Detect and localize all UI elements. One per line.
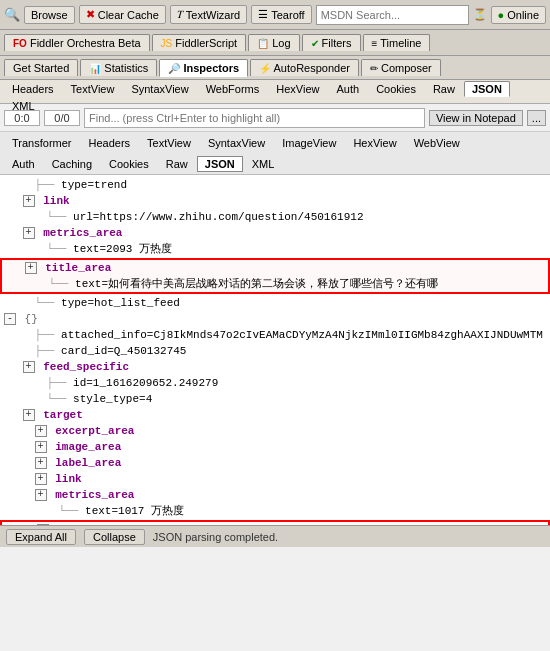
tab-textview2[interactable]: TextView [139,135,199,151]
tab-composer[interactable]: ✏ Composer [361,59,441,76]
find-input[interactable] [84,108,425,128]
tab-autoresponder[interactable]: ⚡ AutoResponder [250,59,359,76]
tree-row-style-type[interactable]: └── style_type=4 [0,391,550,407]
main-toolbar: 🔍 Browse ✖ Clear Cache 𝑇 TextWizard ☰ Te… [0,0,550,30]
sub-tab-webforms[interactable]: WebForms [198,81,268,97]
tab-get-started[interactable]: Get Started [4,59,78,76]
position-display: 0:0 [4,110,40,126]
tree-row-attached-info[interactable]: ├── attached_info=Cj8IkMnds47o2cIvEAMaCD… [0,327,550,343]
tab-statistics[interactable]: 📊 Statistics [80,59,157,76]
caching-label: Caching [52,158,92,170]
tree-row-url[interactable]: └── url=https://www.zhihu.com/question/4… [0,209,550,225]
tree-row-excerpt-area[interactable]: + excerpt_area [0,423,550,439]
expand-all-button[interactable]: Expand All [6,529,76,545]
dotted-connector8: ├── [47,377,67,389]
expand-title-area-2[interactable]: + [37,524,49,525]
find-extra-button[interactable]: ... [527,110,546,126]
tree-row-card-id[interactable]: ├── card_id=Q_450132745 [0,343,550,359]
tree-row-root2[interactable]: - {} [0,311,550,327]
sub-tab-cookies[interactable]: Cookies [368,81,424,97]
expand-link[interactable]: + [23,195,35,207]
tab-caching[interactable]: Caching [44,156,100,172]
tab-fiddler-script-label: FiddlerScript [175,37,237,49]
tree-row-feed-specific[interactable]: + feed_specific [0,359,550,375]
msdn-search-input[interactable] [316,5,469,25]
tree-row-type-hot[interactable]: └── type=hot_list_feed [0,295,550,311]
online-button[interactable]: ● Online [491,6,546,24]
timeline-icon: ≡ [372,38,378,49]
tab-xml2[interactable]: XML [244,156,283,172]
textwizard-icon: 𝑇 [177,8,183,21]
tree-row-title-text-1[interactable]: └── text=如何看待中美高层战略对话的第二场会谈，释放了哪些信号？还有哪 [2,276,548,292]
tree-row-link[interactable]: + link [0,193,550,209]
expand-target[interactable]: + [23,409,35,421]
tab-json2[interactable]: JSON [197,156,243,172]
tab-hexview2[interactable]: HexView [345,135,404,151]
transformer-tabs: Transformer Headers TextView SyntaxView … [0,132,550,154]
tree-row-text-2093[interactable]: └── text=2093 万热度 [0,241,550,257]
tree-row-text-1017[interactable]: └── text=1017 万热度 [0,503,550,519]
expand-label[interactable]: + [35,457,47,469]
expand-title-area-1[interactable]: + [25,262,37,274]
sub-tab-syntaxview-label: SyntaxView [131,83,188,95]
sub-tab-json[interactable]: JSON [464,81,510,97]
match-count: 0/0 [44,110,80,126]
tab-fiddler-script[interactable]: JS FiddlerScript [152,34,246,51]
expand-all-label: Expand All [15,531,67,543]
textwizard-button[interactable]: 𝑇 TextWizard [170,5,247,24]
sub-tab-headers-label: Headers [12,83,54,95]
status-text: JSON parsing completed. [153,531,544,543]
inspectors-icon: 🔎 [168,63,180,74]
expand-link2[interactable]: + [35,473,47,485]
tree-row-image-area[interactable]: + image_area [0,439,550,455]
json-tree-area[interactable]: ├── type=trend + link └── url=https://ww… [0,175,550,525]
tab-imageview[interactable]: ImageView [274,135,344,151]
sub-tab-textview[interactable]: TextView [63,81,123,97]
tab-auth2[interactable]: Auth [4,156,43,172]
browse-button[interactable]: Browse [24,6,75,24]
expand-metrics2[interactable]: + [35,489,47,501]
dotted-connector3: └── [47,243,67,255]
expand-root2[interactable]: - [4,313,16,325]
tearoff-button[interactable]: ☰ Tearoff [251,5,311,24]
tab-cookies2[interactable]: Cookies [101,156,157,172]
sub-tab-syntaxview[interactable]: SyntaxView [123,81,196,97]
expand-excerpt[interactable]: + [35,425,47,437]
expand-metrics[interactable]: + [23,227,35,239]
tab-filters[interactable]: ✔ Filters [302,34,361,51]
clear-cache-button[interactable]: ✖ Clear Cache [79,5,166,24]
sub-tab-auth[interactable]: Auth [329,81,368,97]
tab-headers-label: Headers [89,137,131,149]
tab-timeline[interactable]: ≡ Timeline [363,34,431,51]
sub-tab-headers[interactable]: Headers [4,81,62,97]
tree-row-id[interactable]: ├── id=1_1616209652.249279 [0,375,550,391]
tab-headers[interactable]: Headers [81,135,139,151]
tab-webview[interactable]: WebView [406,135,468,151]
tab-composer-label: Composer [381,62,432,74]
tab-inspectors[interactable]: 🔎 Inspectors [159,59,248,77]
sub-tab-raw[interactable]: Raw [425,81,463,97]
tree-row-metrics2[interactable]: + metrics_area [0,487,550,503]
tree-row-target[interactable]: + target [0,407,550,423]
expand-feed-specific[interactable]: + [23,361,35,373]
fo-icon: FO [13,38,27,49]
tab-statistics-label: Statistics [104,62,148,74]
tree-row-link2[interactable]: + link [0,471,550,487]
clear-cache-icon: ✖ [86,8,95,21]
view-in-notepad-button[interactable]: View in Notepad [429,110,523,126]
fs-icon: JS [161,38,173,49]
tree-row-label-area[interactable]: + label_area [0,455,550,471]
tree-row-title-area-1[interactable]: + title_area [2,260,548,276]
expand-image[interactable]: + [35,441,47,453]
tab-fiddler-orchestra[interactable]: FO Fiddler Orchestra Beta [4,34,150,51]
tab-raw2[interactable]: Raw [158,156,196,172]
sub-tab-hexview[interactable]: HexView [268,81,327,97]
tree-row-type-trend[interactable]: ├── type=trend [0,177,550,193]
tree-key-image: image_area [55,441,121,453]
tab-transformer[interactable]: Transformer [4,135,80,151]
tree-row-metrics-area[interactable]: + metrics_area [0,225,550,241]
collapse-button[interactable]: Collapse [84,529,145,545]
tab-syntaxview2[interactable]: SyntaxView [200,135,273,151]
tab-log[interactable]: 📋 Log [248,34,299,51]
tree-key-feed-specific: feed_specific [43,361,129,373]
